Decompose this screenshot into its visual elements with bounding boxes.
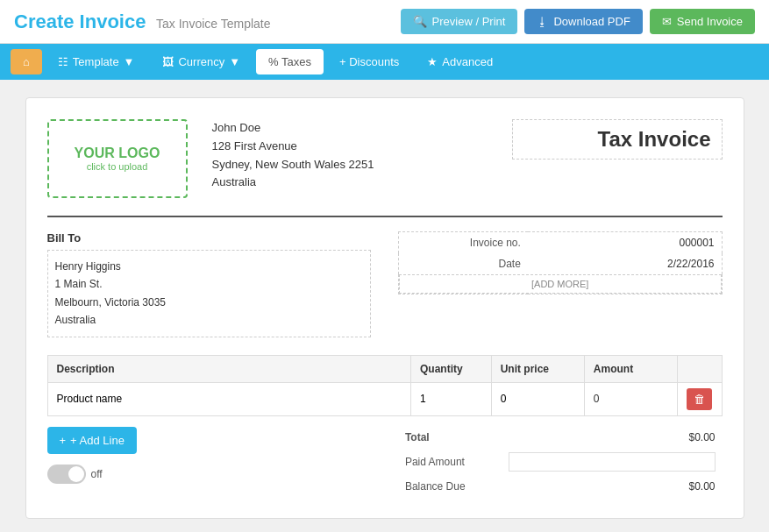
col-amount-header: Amount xyxy=(584,355,678,382)
col-action-header xyxy=(678,355,722,382)
chevron-down-icon: ▼ xyxy=(124,55,135,68)
paid-amount-input[interactable] xyxy=(509,452,715,472)
line-amount-0: 0 xyxy=(584,382,678,415)
page-title-sub: Tax Invoice Template xyxy=(156,17,270,31)
invoice-no-value: 000001 xyxy=(528,232,722,254)
header-title-group: Create Invoice Tax Invoice Template xyxy=(14,11,271,33)
line-qty-input-0[interactable] xyxy=(420,393,482,405)
invoice-date-row: Date 2/22/2016 xyxy=(398,253,722,274)
col-unit-price-header: Unit price xyxy=(491,355,584,382)
invoice-info-section: Invoice no. 000001 Date 2/22/2016 [ADD M… xyxy=(398,231,723,337)
nav-currency[interactable]: 🖼 Currency ▼ xyxy=(150,49,253,74)
invoice-divider xyxy=(47,216,723,217)
send-invoice-button[interactable]: ✉ Send Invoice xyxy=(650,9,755,34)
invoice-add-more-row: [ADD MORE] xyxy=(398,274,722,294)
line-description-0[interactable] xyxy=(47,382,410,415)
invoice-title-section: Tax Invoice xyxy=(512,119,723,198)
grid-icon: ☷ xyxy=(58,55,68,68)
invoice-info-table: Invoice no. 000001 Date 2/22/2016 [ADD M… xyxy=(398,231,723,294)
invoice-date-value: 2/22/2016 xyxy=(528,253,722,274)
add-more-button[interactable]: [ADD MORE] xyxy=(399,274,722,294)
invoice-card: YOUR LOGO click to upload John Doe 128 F… xyxy=(25,97,744,519)
balance-due-label: Balance Due xyxy=(398,476,502,497)
toggle-label: off xyxy=(91,468,103,480)
logo-subtext: click to upload xyxy=(87,161,148,172)
bill-to-address2: Melbourn, Victoria 3035 xyxy=(55,294,364,311)
bill-to-content[interactable]: Henry Higgins 1 Main St. Melbourn, Victo… xyxy=(47,250,372,337)
download-icon: ⭳ xyxy=(537,15,548,28)
nav-template[interactable]: ☷ Template ▼ xyxy=(46,49,147,74)
invoice-title-box: Tax Invoice xyxy=(512,119,723,160)
table-row: 0 🗑 xyxy=(47,382,722,415)
chevron-down-icon-currency: ▼ xyxy=(229,55,240,68)
bill-to-address1: 1 Main St. xyxy=(55,275,364,293)
delete-line-button-0[interactable]: 🗑 xyxy=(687,388,712,410)
invoice-title: Tax Invoice xyxy=(598,127,711,151)
invoice-meta: Bill To Henry Higgins 1 Main St. Melbour… xyxy=(47,231,723,337)
invoice-bottom: + + Add Line off Total $0.00 xyxy=(47,427,723,497)
paid-row: Paid Amount xyxy=(398,448,723,476)
navbar: ⌂ ☷ Template ▼ 🖼 Currency ▼ % Taxes + Di… xyxy=(0,44,769,80)
bill-to-country: Australia xyxy=(55,311,364,329)
currency-icon: 🖼 xyxy=(162,55,174,68)
totals-section: Total $0.00 Paid Amount Balance Due $0.0… xyxy=(398,427,723,497)
company-address1: 128 First Avenue xyxy=(212,138,374,156)
invoice-no-row: Invoice no. 000001 xyxy=(398,232,722,254)
line-desc-input-0[interactable] xyxy=(57,393,402,405)
toggle-switch[interactable] xyxy=(47,465,86,484)
invoice-top: YOUR LOGO click to upload John Doe 128 F… xyxy=(47,119,723,198)
search-icon: 🔍 xyxy=(413,15,427,28)
bill-to-name: Henry Higgins xyxy=(55,258,364,275)
col-description-header: Description xyxy=(47,355,410,382)
invoice-no-label: Invoice no. xyxy=(398,232,527,254)
add-line-button[interactable]: + + Add Line xyxy=(47,427,137,454)
total-label: Total xyxy=(398,427,502,448)
line-quantity-0[interactable] xyxy=(410,382,491,415)
nav-discounts[interactable]: + Discounts xyxy=(327,49,411,74)
invoice-date-label: Date xyxy=(398,253,527,274)
plus-icon: + xyxy=(60,434,67,447)
line-price-input-0[interactable] xyxy=(501,393,575,405)
company-address: John Doe 128 First Avenue Sydney, New So… xyxy=(212,119,374,192)
balance-due-value: $0.00 xyxy=(502,476,722,497)
paid-amount-label: Paid Amount xyxy=(398,448,502,476)
bill-to-label: Bill To xyxy=(47,231,372,245)
col-quantity-header: Quantity xyxy=(410,355,491,382)
total-row: Total $0.00 xyxy=(398,427,723,448)
company-country: Australia xyxy=(212,174,374,192)
home-icon: ⌂ xyxy=(23,55,30,68)
nav-advanced[interactable]: ★ Advanced xyxy=(415,49,505,74)
totals-table: Total $0.00 Paid Amount Balance Due $0.0… xyxy=(398,427,723,497)
bill-to-section: Bill To Henry Higgins 1 Main St. Melbour… xyxy=(47,231,372,337)
balance-row: Balance Due $0.00 xyxy=(398,476,723,497)
header-buttons: 🔍 Preview / Print ⭳ Download PDF ✉ Send … xyxy=(401,9,755,34)
line-items-table: Description Quantity Unit price Amount 0 xyxy=(47,355,723,416)
line-items-header: Description Quantity Unit price Amount xyxy=(47,355,722,382)
envelope-icon: ✉ xyxy=(662,15,672,28)
line-unit-price-0[interactable] xyxy=(491,382,584,415)
toggle-section: off xyxy=(47,465,137,484)
top-header: Create Invoice Tax Invoice Template 🔍 Pr… xyxy=(0,0,769,44)
paid-amount-input-cell xyxy=(502,448,722,476)
nav-taxes[interactable]: % Taxes xyxy=(256,49,324,74)
toggle-knob xyxy=(68,466,84,482)
preview-print-button[interactable]: 🔍 Preview / Print xyxy=(401,9,518,34)
nav-home[interactable]: ⌂ xyxy=(11,49,42,74)
logo-text: YOUR LOGO xyxy=(75,145,160,161)
company-name: John Doe xyxy=(212,119,374,138)
line-delete-cell-0: 🗑 xyxy=(678,382,722,415)
left-actions: + + Add Line off xyxy=(47,427,137,484)
download-pdf-button[interactable]: ⭳ Download PDF xyxy=(524,9,642,34)
main-area: YOUR LOGO click to upload John Doe 128 F… xyxy=(0,80,769,532)
company-address2: Sydney, New South Wales 2251 xyxy=(212,156,374,174)
star-icon: ★ xyxy=(427,55,438,68)
logo-upload[interactable]: YOUR LOGO click to upload xyxy=(47,119,188,198)
total-value: $0.00 xyxy=(502,427,722,448)
page-title-main: Create Invoice xyxy=(14,11,146,32)
